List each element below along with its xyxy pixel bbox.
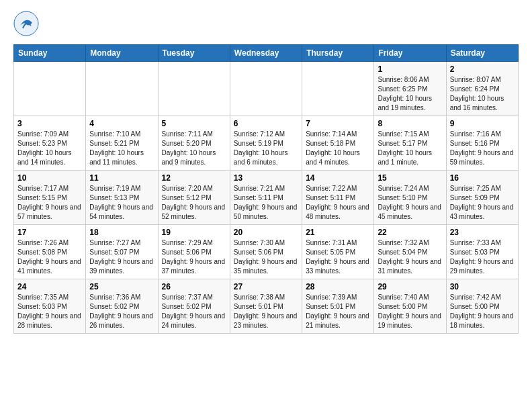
day-header-monday: Monday (86, 45, 158, 62)
calendar-body: 1Sunrise: 8:06 AM Sunset: 6:25 PM Daylig… (14, 62, 519, 334)
day-number: 30 (450, 282, 515, 291)
calendar-cell: 25Sunrise: 7:36 AM Sunset: 5:02 PM Dayli… (86, 279, 158, 334)
day-info: Sunrise: 7:15 AM Sunset: 5:17 PM Dayligh… (378, 130, 442, 167)
calendar-cell: 22Sunrise: 7:32 AM Sunset: 5:04 PM Dayli… (374, 225, 446, 279)
day-number: 1 (378, 64, 442, 74)
day-info: Sunrise: 7:21 AM Sunset: 5:11 PM Dayligh… (234, 184, 298, 222)
calendar-cell: 26Sunrise: 7:37 AM Sunset: 5:02 PM Dayli… (158, 279, 230, 334)
day-info: Sunrise: 7:37 AM Sunset: 5:02 PM Dayligh… (162, 293, 226, 330)
day-info: Sunrise: 7:20 AM Sunset: 5:12 PM Dayligh… (162, 184, 226, 222)
calendar-cell: 4Sunrise: 7:10 AM Sunset: 5:21 PM Daylig… (86, 116, 158, 171)
calendar-cell: 6Sunrise: 7:12 AM Sunset: 5:19 PM Daylig… (230, 116, 302, 171)
calendar-cell: 12Sunrise: 7:20 AM Sunset: 5:12 PM Dayli… (158, 171, 230, 225)
calendar-cell: 16Sunrise: 7:25 AM Sunset: 5:09 PM Dayli… (446, 171, 518, 225)
day-info: Sunrise: 7:40 AM Sunset: 5:00 PM Dayligh… (378, 293, 442, 330)
calendar-cell: 9Sunrise: 7:16 AM Sunset: 5:16 PM Daylig… (446, 116, 518, 171)
day-info: Sunrise: 7:42 AM Sunset: 5:00 PM Dayligh… (450, 293, 515, 330)
day-info: Sunrise: 8:06 AM Sunset: 6:25 PM Dayligh… (378, 75, 442, 113)
logo (13, 11, 42, 39)
calendar-cell: 29Sunrise: 7:40 AM Sunset: 5:00 PM Dayli… (374, 279, 446, 334)
day-info: Sunrise: 7:38 AM Sunset: 5:01 PM Dayligh… (234, 293, 298, 330)
calendar-week-2: 3Sunrise: 7:09 AM Sunset: 5:23 PM Daylig… (14, 116, 519, 171)
day-number: 5 (162, 119, 226, 128)
day-number: 18 (89, 228, 154, 237)
day-number: 23 (450, 228, 515, 237)
day-number: 11 (89, 173, 154, 183)
day-number: 16 (450, 173, 515, 183)
day-info: Sunrise: 7:32 AM Sunset: 5:04 PM Dayligh… (378, 238, 442, 276)
calendar-cell: 5Sunrise: 7:11 AM Sunset: 5:20 PM Daylig… (158, 116, 230, 171)
day-info: Sunrise: 7:30 AM Sunset: 5:06 PM Dayligh… (234, 238, 298, 276)
day-info: Sunrise: 7:31 AM Sunset: 5:05 PM Dayligh… (306, 238, 370, 276)
calendar-week-4: 17Sunrise: 7:26 AM Sunset: 5:08 PM Dayli… (14, 225, 519, 279)
logo-icon (13, 11, 39, 39)
calendar-cell: 20Sunrise: 7:30 AM Sunset: 5:06 PM Dayli… (230, 225, 302, 279)
day-info: Sunrise: 7:25 AM Sunset: 5:09 PM Dayligh… (450, 184, 515, 222)
day-number: 8 (378, 119, 442, 128)
day-number: 22 (378, 228, 442, 237)
calendar-cell: 24Sunrise: 7:35 AM Sunset: 5:03 PM Dayli… (14, 279, 86, 334)
day-number: 7 (306, 119, 370, 128)
calendar-cell (158, 62, 230, 116)
day-number: 9 (450, 119, 515, 128)
calendar-table: SundayMondayTuesdayWednesdayThursdayFrid… (13, 44, 519, 334)
day-header-sunday: Sunday (14, 45, 86, 62)
calendar-cell: 15Sunrise: 7:24 AM Sunset: 5:10 PM Dayli… (374, 171, 446, 225)
day-info: Sunrise: 7:11 AM Sunset: 5:20 PM Dayligh… (162, 130, 226, 167)
day-header-wednesday: Wednesday (230, 45, 302, 62)
calendar-cell: 27Sunrise: 7:38 AM Sunset: 5:01 PM Dayli… (230, 279, 302, 334)
day-number: 15 (378, 173, 442, 183)
calendar-cell: 11Sunrise: 7:19 AM Sunset: 5:13 PM Dayli… (86, 171, 158, 225)
calendar-cell: 1Sunrise: 8:06 AM Sunset: 6:25 PM Daylig… (374, 62, 446, 116)
calendar-cell: 7Sunrise: 7:14 AM Sunset: 5:18 PM Daylig… (302, 116, 374, 171)
calendar-cell: 19Sunrise: 7:29 AM Sunset: 5:06 PM Dayli… (158, 225, 230, 279)
day-info: Sunrise: 7:22 AM Sunset: 5:11 PM Dayligh… (306, 184, 370, 222)
day-number: 21 (306, 228, 370, 237)
day-info: Sunrise: 7:36 AM Sunset: 5:02 PM Dayligh… (89, 293, 154, 330)
day-number: 2 (450, 64, 515, 74)
page-header (13, 11, 519, 39)
calendar-cell: 17Sunrise: 7:26 AM Sunset: 5:08 PM Dayli… (14, 225, 86, 279)
day-info: Sunrise: 7:35 AM Sunset: 5:03 PM Dayligh… (17, 293, 82, 330)
day-number: 12 (162, 173, 226, 183)
calendar-cell: 14Sunrise: 7:22 AM Sunset: 5:11 PM Dayli… (302, 171, 374, 225)
day-info: Sunrise: 7:29 AM Sunset: 5:06 PM Dayligh… (162, 238, 226, 276)
day-number: 28 (306, 282, 370, 291)
calendar-cell: 30Sunrise: 7:42 AM Sunset: 5:00 PM Dayli… (446, 279, 518, 334)
day-number: 27 (234, 282, 298, 291)
day-number: 20 (234, 228, 298, 237)
day-number: 6 (234, 119, 298, 128)
calendar-week-1: 1Sunrise: 8:06 AM Sunset: 6:25 PM Daylig… (14, 62, 519, 116)
day-header-tuesday: Tuesday (158, 45, 230, 62)
calendar-cell: 3Sunrise: 7:09 AM Sunset: 5:23 PM Daylig… (14, 116, 86, 171)
day-number: 4 (89, 119, 154, 128)
day-number: 25 (89, 282, 154, 291)
day-number: 19 (162, 228, 226, 237)
day-number: 24 (17, 282, 82, 291)
day-header-thursday: Thursday (302, 45, 374, 62)
calendar-header: SundayMondayTuesdayWednesdayThursdayFrid… (14, 45, 519, 62)
day-number: 3 (17, 119, 82, 128)
day-info: Sunrise: 8:07 AM Sunset: 6:24 PM Dayligh… (450, 75, 515, 113)
calendar-cell (14, 62, 86, 116)
day-info: Sunrise: 7:14 AM Sunset: 5:18 PM Dayligh… (306, 130, 370, 167)
day-header-friday: Friday (374, 45, 446, 62)
day-info: Sunrise: 7:09 AM Sunset: 5:23 PM Dayligh… (17, 130, 82, 167)
calendar-cell: 8Sunrise: 7:15 AM Sunset: 5:17 PM Daylig… (374, 116, 446, 171)
day-info: Sunrise: 7:26 AM Sunset: 5:08 PM Dayligh… (17, 238, 82, 276)
day-number: 29 (378, 282, 442, 291)
day-info: Sunrise: 7:17 AM Sunset: 5:15 PM Dayligh… (17, 184, 82, 222)
day-info: Sunrise: 7:39 AM Sunset: 5:01 PM Dayligh… (306, 293, 370, 330)
day-info: Sunrise: 7:27 AM Sunset: 5:07 PM Dayligh… (89, 238, 154, 276)
day-info: Sunrise: 7:12 AM Sunset: 5:19 PM Dayligh… (234, 130, 298, 167)
day-info: Sunrise: 7:33 AM Sunset: 5:03 PM Dayligh… (450, 238, 515, 276)
calendar-header-row: SundayMondayTuesdayWednesdayThursdayFrid… (14, 45, 519, 62)
calendar-cell: 18Sunrise: 7:27 AM Sunset: 5:07 PM Dayli… (86, 225, 158, 279)
day-number: 17 (17, 228, 82, 237)
calendar-cell: 2Sunrise: 8:07 AM Sunset: 6:24 PM Daylig… (446, 62, 518, 116)
day-info: Sunrise: 7:24 AM Sunset: 5:10 PM Dayligh… (378, 184, 442, 222)
day-number: 26 (162, 282, 226, 291)
day-info: Sunrise: 7:19 AM Sunset: 5:13 PM Dayligh… (89, 184, 154, 222)
calendar-cell (86, 62, 158, 116)
day-number: 10 (17, 173, 82, 183)
